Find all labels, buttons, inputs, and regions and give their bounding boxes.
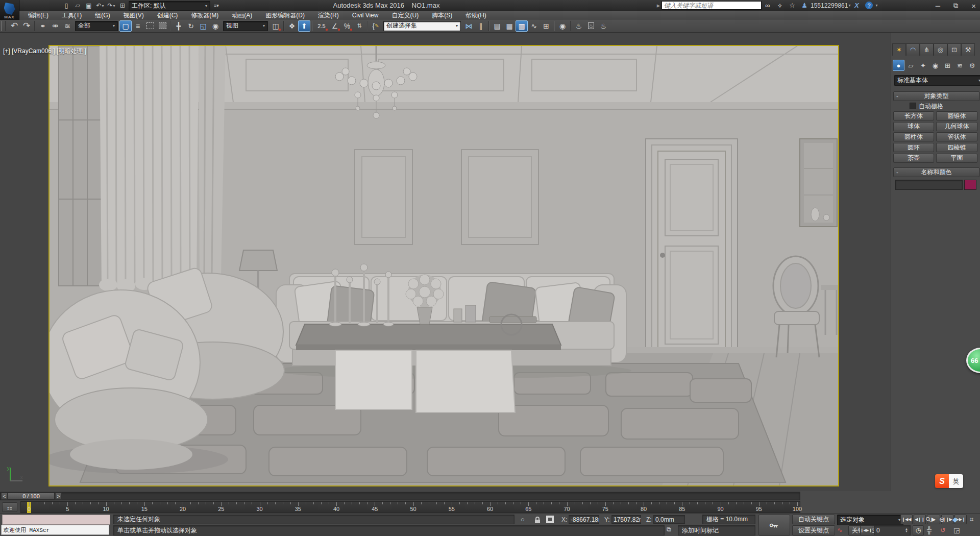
cone-button[interactable]: 圆锥体 [936, 111, 977, 120]
timeline-ruler[interactable]: 0510152025303540455055606570758085909510… [20, 501, 800, 513]
select-and-link-icon[interactable]: ⚭ [37, 20, 49, 32]
current-frame-field[interactable]: 0 ▲▼ [874, 525, 911, 535]
geometry-icon[interactable]: ● [893, 60, 904, 71]
isolate-selection-icon[interactable]: ○ [521, 516, 525, 523]
material-editor-icon[interactable]: ◉ [556, 20, 569, 32]
selection-lock-icon[interactable] [534, 516, 541, 524]
unlink-selection-icon[interactable]: ⚮ [49, 20, 61, 32]
geosphere-button[interactable]: 几何球体 [936, 122, 977, 131]
timeline-tick-90[interactable]: 90 [717, 506, 723, 512]
timeline-tick-5[interactable]: 5 [66, 506, 69, 512]
selection-filter-dropdown[interactable]: 全部▾ [75, 21, 118, 31]
project-folder-icon[interactable]: ⊞ [117, 1, 128, 10]
render-production-icon[interactable]: ♨ [597, 20, 609, 32]
search-input[interactable] [662, 1, 762, 10]
menu-item-1[interactable]: 工具(T) [55, 11, 88, 19]
undo-icon[interactable]: ↶▾ [95, 1, 105, 10]
save-file-icon[interactable]: ▣ [84, 1, 94, 10]
cameras-icon[interactable]: ◉ [929, 60, 941, 71]
time-slider-track[interactable] [0, 492, 800, 500]
timeline-tick-50[interactable]: 50 [410, 506, 416, 512]
tab-create[interactable]: ✶ [892, 43, 906, 56]
help-icon[interactable]: ? [863, 1, 875, 10]
timeline-tick-40[interactable]: 40 [333, 506, 339, 512]
snaps-toggle-button[interactable]: 2.5 [314, 20, 329, 32]
edit-named-selections-icon[interactable]: {✎ [370, 20, 382, 32]
set-keys-button[interactable]: ⚷ [758, 515, 790, 535]
workspace-menu-icon[interactable]: ≡▾ [211, 1, 222, 10]
username[interactable]: 15512299861 [811, 2, 848, 9]
select-and-rotate-icon[interactable]: ↻ [185, 20, 197, 32]
select-object-button[interactable]: ▢ [119, 20, 132, 32]
plane-button[interactable]: 平面 [936, 154, 977, 163]
menu-item-4[interactable]: 创建(C) [151, 11, 185, 19]
autogrid-checkbox[interactable] [910, 103, 916, 109]
application-menu-button[interactable]: MAX [0, 0, 19, 20]
toolbar-grip[interactable] [1, 21, 6, 31]
menu-item-3[interactable]: 视图(V) [117, 11, 151, 19]
cylinder-button[interactable]: 圆柱体 [893, 132, 934, 141]
exchange-icon[interactable]: X [850, 1, 863, 10]
timeline-tick-65[interactable]: 65 [525, 506, 531, 512]
select-and-place-icon[interactable]: ◉ [209, 20, 222, 32]
menu-item-5[interactable]: 修改器(M) [184, 11, 225, 19]
time-tag-icon[interactable]: ⧉ [667, 526, 671, 533]
previous-frame-button[interactable]: ◀❙❙ [914, 515, 926, 524]
ime-mode-label[interactable]: 英 [949, 474, 963, 488]
reference-coordinate-dropdown[interactable]: 视图▾ [223, 21, 268, 31]
search-expand-icon[interactable]: ▸ [655, 1, 662, 10]
percent-snap-icon[interactable]: % [341, 20, 353, 32]
key-step-toggle[interactable]: ❙◀▶❙ [860, 525, 872, 535]
new-file-icon[interactable]: ▯ [61, 1, 71, 10]
timeline-tick-10[interactable]: 10 [103, 506, 109, 512]
select-by-name-icon[interactable]: ≡ [132, 20, 144, 32]
timeline-tick-80[interactable]: 80 [641, 506, 647, 512]
communication-center-icon[interactable]: ⟡ [774, 1, 786, 10]
menu-item-9[interactable]: Civil View [346, 11, 385, 19]
close-button[interactable]: × [971, 2, 976, 10]
menu-item-12[interactable]: 帮助(H) [459, 11, 493, 19]
add-time-tag[interactable]: 添加时间标记 [678, 525, 755, 535]
use-pivot-center-icon[interactable]: ◫ [270, 20, 282, 32]
menu-item-10[interactable]: 自定义(U) [385, 11, 425, 19]
lights-icon[interactable]: ✦ [917, 60, 929, 71]
go-to-start-button[interactable]: ❙◀◀ [900, 515, 913, 524]
mini-curve-editor-button[interactable]: ⚏ [2, 502, 17, 512]
camera-view[interactable] [48, 45, 839, 486]
sphere-button[interactable]: 球体 [893, 122, 934, 131]
maximize-viewport-icon[interactable]: ◲ [953, 526, 960, 534]
viewport-label[interactable]: [+] [VRayCam006 ] [明暗处理 ] [3, 47, 86, 56]
menu-item-2[interactable]: 组(G) [88, 11, 116, 19]
maxscript-macro-line[interactable] [2, 515, 110, 525]
angle-snap-icon[interactable]: ∠ [329, 20, 341, 32]
align-icon[interactable]: ∥ [475, 20, 487, 32]
select-and-scale-icon[interactable]: ◱ [197, 20, 209, 32]
timeline-tick-75[interactable]: 75 [602, 506, 608, 512]
previous-frame-arrow[interactable]: < [1, 493, 8, 500]
minimize-button[interactable]: ─ [936, 2, 940, 10]
set-key-button[interactable]: 设置关键点 [792, 525, 835, 535]
restore-button[interactable]: ⧉ [953, 2, 958, 10]
object-color-swatch[interactable] [964, 180, 976, 190]
y-coordinate-field[interactable]: 17507.82m [611, 515, 641, 524]
timeline-tick-25[interactable]: 25 [218, 506, 224, 512]
timeline-tick-60[interactable]: 60 [487, 506, 493, 512]
window-crossing-icon[interactable] [156, 20, 168, 32]
timeline-tick-0[interactable]: 0 [28, 506, 31, 512]
workspace-dropdown[interactable]: 工作区: 默认▾ [129, 1, 210, 11]
systems-icon[interactable]: ⚙ [966, 60, 978, 71]
zoom-all-icon[interactable]: ⊕ [939, 516, 945, 523]
tab-modify[interactable]: ◠ [906, 43, 920, 56]
next-frame-arrow[interactable]: > [55, 493, 62, 500]
timeline-tick-85[interactable]: 85 [679, 506, 685, 512]
timeline-tick-20[interactable]: 20 [180, 506, 186, 512]
orbit-icon[interactable]: ↺ [940, 526, 946, 534]
key-mode-dropdown[interactable]: 选定对象▾ [837, 515, 903, 525]
auto-key-button[interactable]: 自动关键点 [792, 515, 835, 524]
menu-item-0[interactable]: 编辑(E) [21, 11, 55, 19]
timeline-tick-15[interactable]: 15 [141, 506, 148, 512]
scene-explorer-toggle[interactable]: ▥ [516, 20, 528, 32]
select-and-manipulate-icon[interactable]: ❖ [286, 20, 298, 32]
geometry-category-dropdown[interactable]: 标准基本体▾ [894, 75, 980, 86]
timeline-tick-35[interactable]: 35 [295, 506, 301, 512]
